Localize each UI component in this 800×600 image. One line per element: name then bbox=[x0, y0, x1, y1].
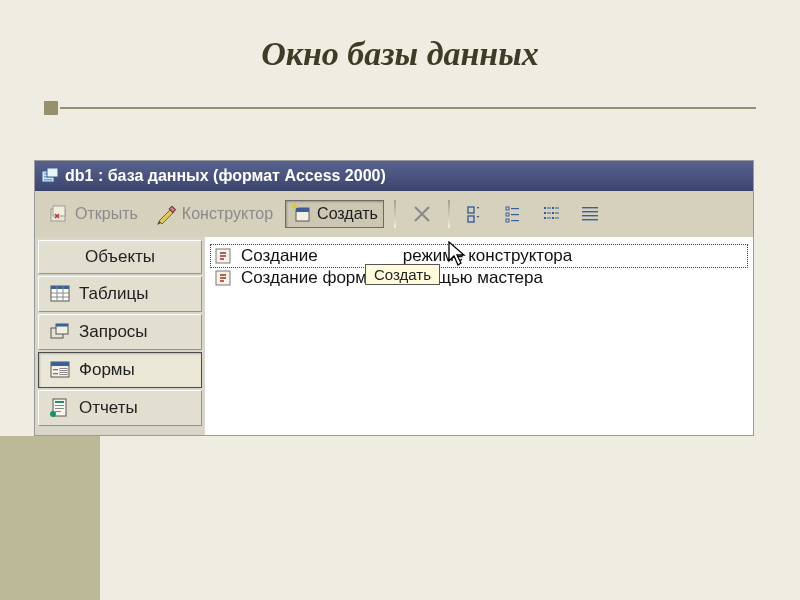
svg-rect-16 bbox=[506, 213, 509, 216]
list-item-create-form-design[interactable]: Создание режиме конструктора bbox=[211, 245, 747, 267]
design-label: Конструктор bbox=[182, 205, 273, 223]
svg-rect-18 bbox=[511, 208, 519, 209]
sidebar-item-queries[interactable]: Запросы bbox=[38, 314, 202, 350]
toolbar-separator bbox=[394, 200, 396, 228]
svg-rect-14 bbox=[477, 216, 479, 217]
svg-rect-11 bbox=[468, 207, 474, 213]
svg-rect-31 bbox=[555, 213, 559, 214]
svg-rect-55 bbox=[55, 408, 64, 409]
svg-rect-3 bbox=[44, 179, 52, 181]
toolbar-separator-2 bbox=[448, 200, 450, 228]
svg-rect-33 bbox=[582, 207, 598, 208]
svg-rect-21 bbox=[544, 207, 546, 209]
small-icons-icon bbox=[504, 204, 524, 224]
svg-rect-51 bbox=[60, 373, 67, 375]
delete-button[interactable] bbox=[406, 201, 438, 227]
design-icon bbox=[156, 203, 178, 225]
form-new-icon bbox=[213, 246, 233, 266]
open-button[interactable]: Открыть bbox=[43, 200, 144, 228]
svg-rect-45 bbox=[56, 324, 68, 327]
sidebar-header[interactable]: Объекты bbox=[38, 240, 202, 274]
svg-rect-29 bbox=[547, 218, 551, 219]
create-icon bbox=[291, 203, 313, 225]
toolbar: Открыть Конструктор Создать bbox=[35, 191, 753, 237]
sidebar-item-forms[interactable]: Формы bbox=[38, 352, 202, 388]
svg-rect-12 bbox=[468, 216, 474, 222]
titlebar: db1 : база данных (формат Access 2000) bbox=[35, 161, 753, 191]
large-icons-icon bbox=[466, 204, 486, 224]
open-icon bbox=[49, 203, 71, 225]
svg-rect-25 bbox=[552, 212, 554, 214]
svg-rect-22 bbox=[544, 212, 546, 214]
svg-rect-36 bbox=[582, 219, 598, 220]
list-icon bbox=[542, 204, 562, 224]
svg-rect-4 bbox=[47, 168, 58, 177]
svg-point-10 bbox=[293, 205, 295, 207]
view-list-button[interactable] bbox=[536, 201, 568, 227]
svg-rect-50 bbox=[60, 369, 67, 371]
svg-rect-26 bbox=[552, 217, 554, 219]
list-item-create-form-wizard[interactable]: Создание формы с помощью мастера bbox=[211, 267, 747, 289]
svg-rect-38 bbox=[51, 286, 69, 289]
window-title: db1 : база данных (формат Access 2000) bbox=[65, 167, 386, 185]
view-small-button[interactable] bbox=[498, 201, 530, 227]
slide-title: Окно базы данных bbox=[0, 0, 800, 73]
svg-rect-30 bbox=[555, 208, 559, 209]
open-label: Открыть bbox=[75, 205, 138, 223]
reports-icon bbox=[49, 397, 71, 419]
details-icon bbox=[580, 204, 600, 224]
sidebar-item-reports[interactable]: Отчеты bbox=[38, 390, 202, 426]
svg-rect-19 bbox=[511, 214, 519, 215]
svg-rect-47 bbox=[51, 362, 69, 366]
db-window-icon bbox=[41, 167, 59, 185]
svg-rect-32 bbox=[555, 218, 559, 219]
sidebar-item-tables[interactable]: Таблицы bbox=[38, 276, 202, 312]
sidebar-label: Формы bbox=[79, 360, 135, 380]
svg-rect-15 bbox=[506, 207, 509, 210]
accent-block bbox=[0, 436, 100, 600]
list-item-label: Создание режиме конструктора bbox=[241, 246, 572, 266]
svg-rect-20 bbox=[511, 220, 519, 221]
sidebar-label: Таблицы bbox=[79, 284, 148, 304]
create-button[interactable]: Создать bbox=[285, 200, 384, 228]
view-large-button[interactable] bbox=[460, 201, 492, 227]
svg-rect-28 bbox=[547, 213, 551, 214]
svg-point-57 bbox=[50, 411, 56, 417]
svg-rect-24 bbox=[552, 207, 554, 209]
design-button[interactable]: Конструктор bbox=[150, 200, 279, 228]
db-window: db1 : база данных (формат Access 2000) О… bbox=[34, 160, 754, 436]
svg-rect-49 bbox=[53, 373, 58, 374]
form-wizard-icon bbox=[213, 268, 233, 288]
objects-sidebar: Объекты Таблицы Запросы bbox=[35, 237, 205, 435]
forms-icon bbox=[49, 359, 71, 381]
svg-rect-56 bbox=[55, 411, 61, 412]
svg-rect-9 bbox=[296, 208, 309, 212]
delete-icon bbox=[412, 204, 432, 224]
svg-rect-34 bbox=[582, 211, 598, 212]
separator-rule bbox=[0, 73, 800, 115]
svg-rect-54 bbox=[55, 405, 64, 406]
svg-rect-35 bbox=[582, 215, 598, 216]
sidebar-label: Отчеты bbox=[79, 398, 138, 418]
svg-rect-53 bbox=[55, 401, 64, 403]
view-details-button[interactable] bbox=[574, 201, 606, 227]
main-list: Создание режиме конструктора Создание фо… bbox=[205, 237, 753, 435]
sidebar-label: Запросы bbox=[79, 322, 148, 342]
tables-icon bbox=[49, 283, 71, 305]
svg-rect-13 bbox=[477, 207, 479, 208]
svg-rect-27 bbox=[547, 208, 551, 209]
svg-rect-23 bbox=[544, 217, 546, 219]
svg-rect-17 bbox=[506, 219, 509, 222]
queries-icon bbox=[49, 321, 71, 343]
svg-rect-48 bbox=[53, 369, 58, 370]
create-label: Создать bbox=[317, 205, 378, 223]
tooltip: Создать bbox=[365, 264, 440, 285]
